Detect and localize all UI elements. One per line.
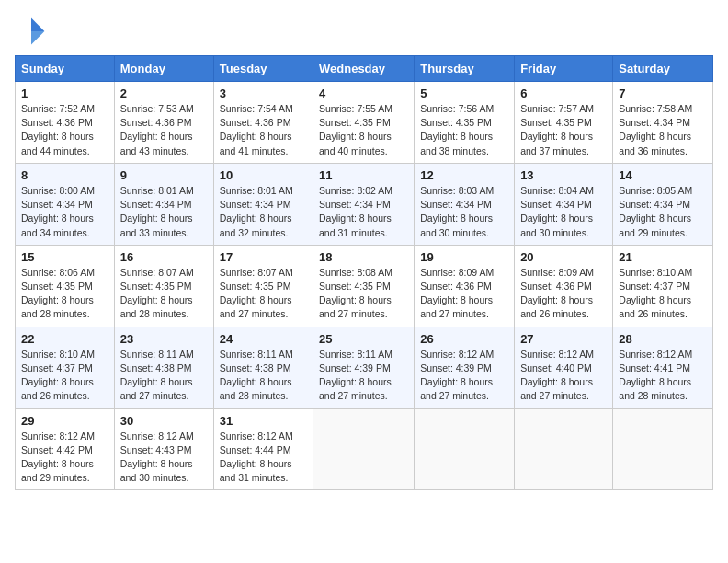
calendar-week-row: 29 Sunrise: 8:12 AM Sunset: 4:42 PM Dayl… xyxy=(16,408,713,490)
day-number: 18 xyxy=(319,250,408,264)
calendar-week-row: 15 Sunrise: 8:06 AM Sunset: 4:35 PM Dayl… xyxy=(16,245,713,327)
calendar-day-cell: 22 Sunrise: 8:10 AM Sunset: 4:37 PM Dayl… xyxy=(16,327,115,408)
calendar-day-cell: 29 Sunrise: 8:12 AM Sunset: 4:42 PM Dayl… xyxy=(16,408,115,490)
weekday-header-cell: Friday xyxy=(515,56,613,82)
calendar-day-cell: 15 Sunrise: 8:06 AM Sunset: 4:35 PM Dayl… xyxy=(16,245,115,327)
logo-icon xyxy=(15,15,48,48)
day-info: Sunrise: 8:09 AM Sunset: 4:36 PM Dayligh… xyxy=(420,266,508,322)
calendar-day-cell: 6 Sunrise: 7:57 AM Sunset: 4:35 PM Dayli… xyxy=(515,82,613,164)
day-number: 29 xyxy=(21,414,108,428)
calendar-day-cell xyxy=(515,408,613,490)
day-info: Sunrise: 7:58 AM Sunset: 4:34 PM Dayligh… xyxy=(619,102,707,158)
day-number: 2 xyxy=(120,86,208,100)
day-info: Sunrise: 8:12 AM Sunset: 4:42 PM Dayligh… xyxy=(21,430,108,486)
day-number: 3 xyxy=(220,86,307,100)
calendar-day-cell: 7 Sunrise: 7:58 AM Sunset: 4:34 PM Dayli… xyxy=(613,82,713,164)
day-info: Sunrise: 8:00 AM Sunset: 4:34 PM Dayligh… xyxy=(21,184,108,240)
calendar-day-cell: 19 Sunrise: 8:09 AM Sunset: 4:36 PM Dayl… xyxy=(415,245,515,327)
day-number: 10 xyxy=(220,168,307,182)
calendar-table: SundayMondayTuesdayWednesdayThursdayFrid… xyxy=(15,55,713,490)
day-number: 24 xyxy=(220,332,307,346)
calendar-day-cell: 5 Sunrise: 7:56 AM Sunset: 4:35 PM Dayli… xyxy=(415,82,515,164)
calendar-day-cell xyxy=(613,408,713,490)
day-number: 26 xyxy=(420,332,508,346)
calendar-day-cell: 2 Sunrise: 7:53 AM Sunset: 4:36 PM Dayli… xyxy=(114,82,213,164)
day-number: 12 xyxy=(420,168,508,182)
day-info: Sunrise: 8:11 AM Sunset: 4:38 PM Dayligh… xyxy=(220,348,307,404)
day-number: 14 xyxy=(619,168,707,182)
day-info: Sunrise: 8:03 AM Sunset: 4:34 PM Dayligh… xyxy=(420,184,508,240)
day-number: 5 xyxy=(420,86,508,100)
calendar-day-cell: 1 Sunrise: 7:52 AM Sunset: 4:36 PM Dayli… xyxy=(16,82,115,164)
day-number: 16 xyxy=(120,250,208,264)
calendar-day-cell: 8 Sunrise: 8:00 AM Sunset: 4:34 PM Dayli… xyxy=(16,163,115,245)
day-info: Sunrise: 8:01 AM Sunset: 4:34 PM Dayligh… xyxy=(220,184,307,240)
calendar-day-cell: 11 Sunrise: 8:02 AM Sunset: 4:34 PM Dayl… xyxy=(313,163,415,245)
calendar-day-cell: 9 Sunrise: 8:01 AM Sunset: 4:34 PM Dayli… xyxy=(114,163,213,245)
day-number: 4 xyxy=(319,86,408,100)
page-header xyxy=(15,15,713,48)
day-info: Sunrise: 8:10 AM Sunset: 4:37 PM Dayligh… xyxy=(21,348,108,404)
calendar-day-cell: 17 Sunrise: 8:07 AM Sunset: 4:35 PM Dayl… xyxy=(213,245,313,327)
calendar-day-cell: 12 Sunrise: 8:03 AM Sunset: 4:34 PM Dayl… xyxy=(415,163,515,245)
day-number: 28 xyxy=(619,332,707,346)
weekday-header-cell: Thursday xyxy=(415,56,515,82)
day-number: 31 xyxy=(220,414,307,428)
day-info: Sunrise: 8:11 AM Sunset: 4:39 PM Dayligh… xyxy=(319,348,408,404)
weekday-header-cell: Monday xyxy=(114,56,213,82)
day-info: Sunrise: 8:06 AM Sunset: 4:35 PM Dayligh… xyxy=(21,266,108,322)
calendar-day-cell: 26 Sunrise: 8:12 AM Sunset: 4:39 PM Dayl… xyxy=(415,327,515,408)
day-number: 11 xyxy=(319,168,408,182)
calendar-week-row: 8 Sunrise: 8:00 AM Sunset: 4:34 PM Dayli… xyxy=(16,163,713,245)
day-info: Sunrise: 8:05 AM Sunset: 4:34 PM Dayligh… xyxy=(619,184,707,240)
weekday-header-cell: Sunday xyxy=(16,56,115,82)
calendar-day-cell: 14 Sunrise: 8:05 AM Sunset: 4:34 PM Dayl… xyxy=(613,163,713,245)
day-number: 7 xyxy=(619,86,707,100)
day-info: Sunrise: 8:09 AM Sunset: 4:36 PM Dayligh… xyxy=(520,266,607,322)
day-number: 1 xyxy=(21,86,108,100)
weekday-header-cell: Tuesday xyxy=(213,56,313,82)
day-number: 13 xyxy=(520,168,607,182)
calendar-day-cell xyxy=(415,408,515,490)
day-info: Sunrise: 8:12 AM Sunset: 4:44 PM Dayligh… xyxy=(220,430,307,486)
day-info: Sunrise: 8:12 AM Sunset: 4:40 PM Dayligh… xyxy=(520,348,607,404)
day-info: Sunrise: 8:11 AM Sunset: 4:38 PM Dayligh… xyxy=(120,348,208,404)
day-info: Sunrise: 7:54 AM Sunset: 4:36 PM Dayligh… xyxy=(220,102,307,158)
day-info: Sunrise: 8:07 AM Sunset: 4:35 PM Dayligh… xyxy=(220,266,307,322)
day-number: 15 xyxy=(21,250,108,264)
calendar-day-cell: 31 Sunrise: 8:12 AM Sunset: 4:44 PM Dayl… xyxy=(213,408,313,490)
day-number: 20 xyxy=(520,250,607,264)
calendar-day-cell: 25 Sunrise: 8:11 AM Sunset: 4:39 PM Dayl… xyxy=(313,327,415,408)
day-info: Sunrise: 7:55 AM Sunset: 4:35 PM Dayligh… xyxy=(319,102,408,158)
day-number: 30 xyxy=(120,414,208,428)
weekday-header-cell: Saturday xyxy=(613,56,713,82)
day-info: Sunrise: 7:57 AM Sunset: 4:35 PM Dayligh… xyxy=(520,102,607,158)
calendar-day-cell: 27 Sunrise: 8:12 AM Sunset: 4:40 PM Dayl… xyxy=(515,327,613,408)
day-number: 21 xyxy=(619,250,707,264)
calendar-body: 1 Sunrise: 7:52 AM Sunset: 4:36 PM Dayli… xyxy=(16,82,713,490)
day-number: 23 xyxy=(120,332,208,346)
day-info: Sunrise: 8:12 AM Sunset: 4:39 PM Dayligh… xyxy=(420,348,508,404)
day-number: 9 xyxy=(120,168,208,182)
day-info: Sunrise: 8:04 AM Sunset: 4:34 PM Dayligh… xyxy=(520,184,607,240)
calendar-day-cell: 24 Sunrise: 8:11 AM Sunset: 4:38 PM Dayl… xyxy=(213,327,313,408)
calendar-day-cell: 28 Sunrise: 8:12 AM Sunset: 4:41 PM Dayl… xyxy=(613,327,713,408)
day-number: 17 xyxy=(220,250,307,264)
calendar-day-cell: 21 Sunrise: 8:10 AM Sunset: 4:37 PM Dayl… xyxy=(613,245,713,327)
calendar-week-row: 1 Sunrise: 7:52 AM Sunset: 4:36 PM Dayli… xyxy=(16,82,713,164)
day-info: Sunrise: 8:12 AM Sunset: 4:43 PM Dayligh… xyxy=(120,430,208,486)
day-info: Sunrise: 7:52 AM Sunset: 4:36 PM Dayligh… xyxy=(21,102,108,158)
day-number: 27 xyxy=(520,332,607,346)
calendar-day-cell: 10 Sunrise: 8:01 AM Sunset: 4:34 PM Dayl… xyxy=(213,163,313,245)
calendar-day-cell xyxy=(313,408,415,490)
day-info: Sunrise: 7:53 AM Sunset: 4:36 PM Dayligh… xyxy=(120,102,208,158)
calendar-day-cell: 3 Sunrise: 7:54 AM Sunset: 4:36 PM Dayli… xyxy=(213,82,313,164)
day-info: Sunrise: 8:02 AM Sunset: 4:34 PM Dayligh… xyxy=(319,184,408,240)
svg-marker-2 xyxy=(18,18,31,31)
day-number: 6 xyxy=(520,86,607,100)
calendar-day-cell: 18 Sunrise: 8:08 AM Sunset: 4:35 PM Dayl… xyxy=(313,245,415,327)
calendar-day-cell: 13 Sunrise: 8:04 AM Sunset: 4:34 PM Dayl… xyxy=(515,163,613,245)
weekday-header-row: SundayMondayTuesdayWednesdayThursdayFrid… xyxy=(16,56,713,82)
calendar-day-cell: 23 Sunrise: 8:11 AM Sunset: 4:38 PM Dayl… xyxy=(114,327,213,408)
day-number: 22 xyxy=(21,332,108,346)
